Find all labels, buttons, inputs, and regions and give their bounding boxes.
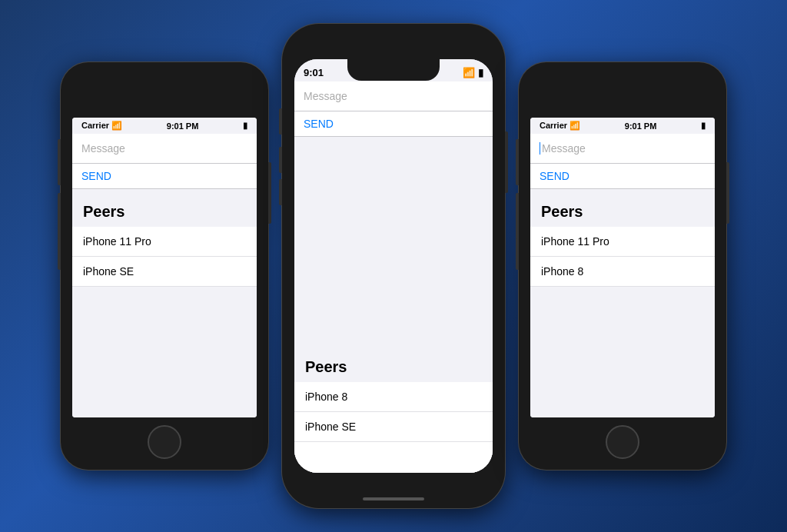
left-phone-top bbox=[61, 62, 268, 115]
right-carrier: Carrier 📶 bbox=[540, 121, 580, 131]
left-time: 9:01 PM bbox=[167, 121, 199, 131]
right-time: 9:01 PM bbox=[625, 121, 657, 131]
left-message-input-wrapper bbox=[72, 134, 257, 164]
left-status-bar: Carrier 📶 9:01 PM ▮ bbox=[72, 118, 257, 134]
right-peers-list: iPhone 11 Pro iPhone 8 bbox=[530, 227, 715, 287]
right-send-button[interactable]: SEND bbox=[530, 164, 579, 188]
left-peers-list: iPhone 11 Pro iPhone SE bbox=[72, 227, 257, 287]
right-message-area: SEND bbox=[530, 134, 715, 189]
center-peer-item-1[interactable]: iPhone SE bbox=[294, 412, 493, 442]
left-message-field[interactable] bbox=[81, 142, 247, 155]
left-peers-header: Peers bbox=[72, 189, 257, 227]
left-message-area: SEND bbox=[72, 134, 257, 189]
right-battery-icon: ▮ bbox=[701, 121, 706, 131]
right-peers-section: Peers iPhone 11 Pro iPhone 8 bbox=[530, 189, 715, 417]
right-phone-screen: Carrier 📶 9:01 PM ▮ SEND Peers iPhone 11… bbox=[530, 118, 715, 417]
center-send-button[interactable]: SEND bbox=[294, 111, 343, 136]
center-battery-icon: ▮ bbox=[478, 67, 483, 78]
center-phone-screen: 9:01 📶 ▮ SEND Peers iPhone 8 iPhone SE bbox=[294, 59, 493, 473]
center-phone: 9:01 📶 ▮ SEND Peers iPhone 8 iPhone SE bbox=[282, 24, 505, 508]
center-message-input-wrapper bbox=[294, 81, 493, 111]
right-status-icons: ▮ bbox=[701, 121, 706, 131]
left-carrier: Carrier 📶 bbox=[81, 121, 122, 131]
center-peers-header: Peers bbox=[294, 344, 493, 382]
right-home-button[interactable] bbox=[606, 425, 639, 459]
right-status-bar: Carrier 📶 9:01 PM ▮ bbox=[530, 118, 715, 134]
left-send-button[interactable]: SEND bbox=[72, 164, 121, 188]
right-peer-item-1[interactable]: iPhone 8 bbox=[530, 257, 715, 287]
center-message-field[interactable] bbox=[304, 90, 483, 102]
left-peers-section: Peers iPhone 11 Pro iPhone SE bbox=[72, 189, 257, 417]
right-message-field[interactable] bbox=[540, 142, 706, 155]
left-peer-item-1[interactable]: iPhone SE bbox=[72, 257, 257, 287]
center-home-bar bbox=[363, 497, 424, 500]
right-peers-header: Peers bbox=[530, 189, 715, 227]
left-home-button[interactable] bbox=[148, 425, 181, 459]
right-phone-top bbox=[519, 62, 726, 115]
left-phone-screen: Carrier 📶 9:01 PM ▮ SEND Peers iPhone 11… bbox=[72, 118, 257, 417]
right-phone: Carrier 📶 9:01 PM ▮ SEND Peers iPhone 11… bbox=[519, 62, 726, 470]
center-notch bbox=[347, 59, 440, 81]
center-time: 9:01 bbox=[304, 67, 324, 78]
center-spacer bbox=[294, 137, 493, 344]
center-peers-list: iPhone 8 iPhone SE bbox=[294, 382, 493, 473]
right-peer-item-0[interactable]: iPhone 11 Pro bbox=[530, 227, 715, 257]
right-message-input-wrapper bbox=[530, 134, 715, 164]
center-status-icons: 📶 ▮ bbox=[463, 67, 483, 78]
center-message-area: SEND bbox=[294, 81, 493, 137]
left-battery-icon: ▮ bbox=[243, 121, 247, 131]
center-peer-item-0[interactable]: iPhone 8 bbox=[294, 382, 493, 412]
center-wifi-icon: 📶 bbox=[463, 67, 475, 78]
left-phone: Carrier 📶 9:01 PM ▮ SEND Peers iPhone 11… bbox=[61, 62, 268, 470]
center-peers-section: Peers iPhone 8 iPhone SE bbox=[294, 344, 493, 473]
center-peer-spacer bbox=[294, 442, 493, 473]
left-peer-item-0[interactable]: iPhone 11 Pro bbox=[72, 227, 257, 257]
left-status-icons: ▮ bbox=[243, 121, 247, 131]
